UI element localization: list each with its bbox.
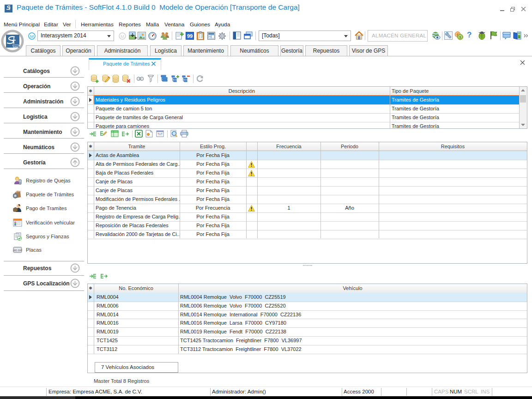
svg-text:$: $: [459, 35, 461, 39]
svg-text:LMD-3647: LMD-3647: [13, 249, 22, 252]
svg-text:M: M: [30, 34, 34, 39]
svg-text:TxT: TxT: [157, 133, 163, 136]
svg-text:99: 99: [187, 33, 193, 39]
svg-text:M: M: [121, 34, 124, 39]
